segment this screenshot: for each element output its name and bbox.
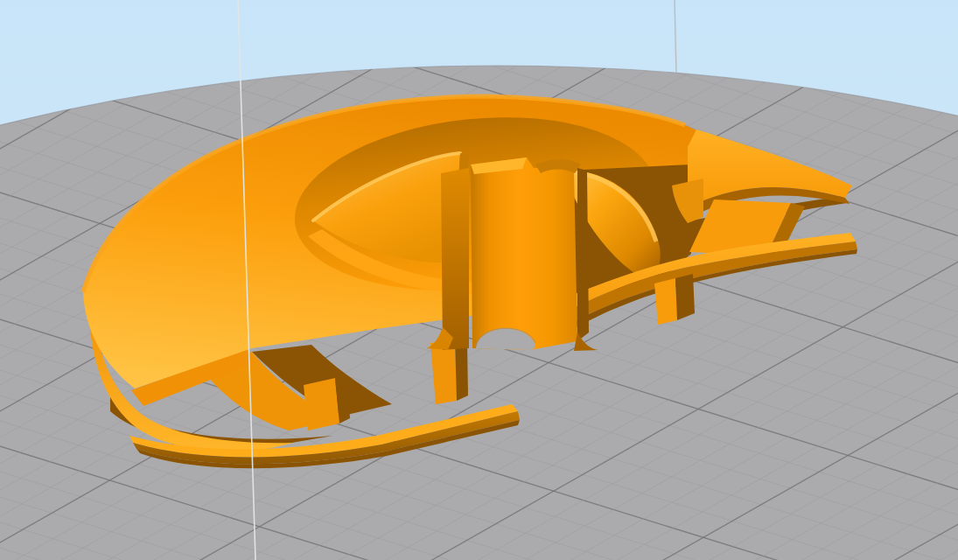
scene-canvas[interactable] [0,0,958,560]
model-hub-cut-face [471,158,577,350]
model-hub-left-column [441,168,469,350]
model-hub-right-shadow [577,168,589,341]
model-foot-right-side [675,274,695,320]
model-foot-right-face [654,278,677,325]
slicer-3d-viewport[interactable] [0,0,958,560]
model-foot-left-face [304,378,339,430]
